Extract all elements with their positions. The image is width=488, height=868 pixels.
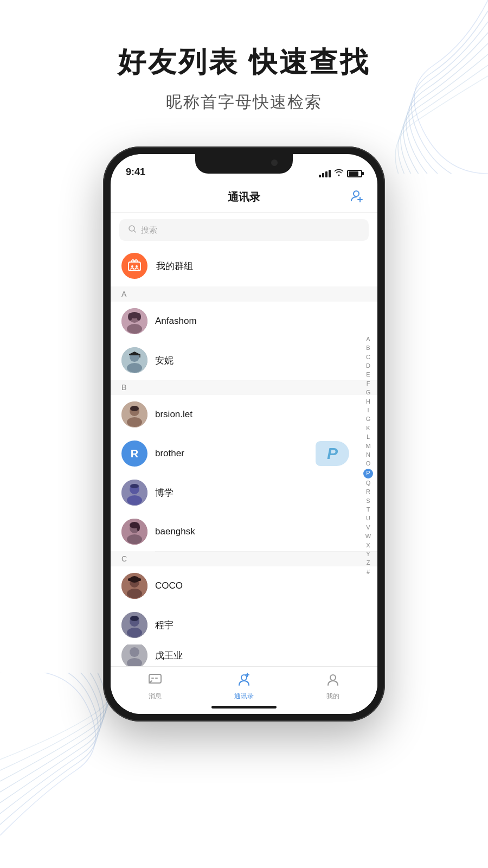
contact-name-baenghsk: baenghsk bbox=[155, 526, 195, 537]
contacts-tab-icon bbox=[237, 672, 251, 690]
avatar-brother: R bbox=[121, 441, 147, 467]
alpha-Z[interactable]: Z bbox=[365, 559, 372, 567]
contact-item-anfashom[interactable]: Anfashom bbox=[111, 302, 377, 341]
svg-point-9 bbox=[128, 313, 132, 321]
avatar-anni bbox=[121, 347, 147, 373]
contact-name-anfashom: Anfashom bbox=[155, 316, 197, 327]
alphabet-index[interactable]: A B C D E F G H I G K L M N O bbox=[363, 245, 373, 666]
svg-point-7 bbox=[127, 324, 142, 334]
svg-point-19 bbox=[130, 406, 139, 411]
svg-point-3 bbox=[131, 265, 133, 267]
signal-icon bbox=[319, 170, 331, 177]
alpha-hash[interactable]: # bbox=[365, 568, 371, 576]
search-icon bbox=[128, 225, 137, 235]
alpha-I[interactable]: I bbox=[365, 406, 370, 414]
mine-tab-icon bbox=[326, 672, 340, 690]
alpha-V[interactable]: V bbox=[364, 524, 371, 532]
svg-point-28 bbox=[137, 524, 140, 531]
svg-point-13 bbox=[127, 363, 142, 373]
alpha-T[interactable]: T bbox=[365, 506, 372, 514]
alpha-B[interactable]: B bbox=[364, 344, 371, 352]
phone-notch bbox=[195, 154, 293, 174]
page-title: 好友列表 快速查找 bbox=[0, 43, 488, 81]
svg-point-31 bbox=[127, 589, 142, 598]
phone-outer: 9:41 bbox=[103, 146, 385, 722]
contact-item-anni[interactable]: 安妮 bbox=[111, 341, 377, 380]
my-groups-item[interactable]: 我的群组 bbox=[111, 245, 377, 286]
svg-rect-43 bbox=[155, 678, 158, 679]
contact-name-partial: 戊王业 bbox=[155, 649, 183, 662]
phone-screen: 9:41 bbox=[111, 154, 377, 714]
avatar-chengyu bbox=[121, 612, 147, 638]
alpha-X[interactable]: X bbox=[364, 541, 371, 550]
svg-point-23 bbox=[130, 484, 139, 488]
alpha-G[interactable]: G bbox=[364, 388, 373, 397]
avatar-baenghsk bbox=[121, 519, 147, 545]
avatar-brsion bbox=[121, 401, 147, 427]
svg-rect-42 bbox=[151, 678, 154, 679]
contact-item-boxue[interactable]: 博学 bbox=[111, 473, 377, 512]
alpha-U[interactable]: U bbox=[364, 514, 372, 522]
contact-name-coco: COCO bbox=[155, 580, 183, 591]
avatar-anfashom bbox=[121, 308, 147, 334]
status-icons bbox=[319, 169, 362, 178]
alpha-L[interactable]: L bbox=[365, 433, 371, 441]
header-section: 好友列表 快速查找 昵称首字母快速检索 bbox=[0, 43, 488, 113]
section-header-a: A bbox=[111, 286, 377, 302]
alpha-P[interactable]: P bbox=[363, 469, 373, 478]
nav-title: 通讯录 bbox=[228, 190, 260, 205]
alpha-H[interactable]: H bbox=[364, 398, 372, 406]
app-content: 通讯录 bbox=[111, 182, 377, 714]
svg-point-0 bbox=[354, 191, 359, 196]
alpha-O[interactable]: O bbox=[364, 459, 373, 468]
svg-point-37 bbox=[130, 616, 139, 621]
phone-mockup: 9:41 bbox=[103, 146, 385, 722]
svg-point-36 bbox=[127, 628, 142, 637]
status-time: 9:41 bbox=[126, 167, 145, 178]
tab-messages-label: 消息 bbox=[149, 692, 162, 701]
contact-name-anni: 安妮 bbox=[155, 354, 174, 367]
tab-contacts[interactable]: 通讯录 bbox=[200, 672, 288, 701]
alpha-Q[interactable]: Q bbox=[364, 479, 373, 487]
front-camera bbox=[271, 159, 278, 166]
contact-item-chengyu[interactable]: 程宇 bbox=[111, 605, 377, 644]
alpha-Y[interactable]: Y bbox=[364, 550, 371, 558]
contact-item-brother[interactable]: R brother P bbox=[111, 434, 377, 473]
wifi-icon bbox=[334, 169, 344, 178]
contact-item-coco[interactable]: COCO bbox=[111, 566, 377, 605]
svg-point-39 bbox=[130, 647, 139, 657]
avatar-boxue bbox=[121, 480, 147, 506]
my-groups-label: 我的群组 bbox=[156, 260, 193, 272]
contact-list[interactable]: 我的群组 A bbox=[111, 245, 377, 666]
contact-name-brsion: brsion.let bbox=[155, 409, 192, 420]
contact-item-baenghsk[interactable]: baenghsk bbox=[111, 512, 377, 551]
contact-item-partial[interactable]: 戊王业 bbox=[111, 644, 377, 666]
alpha-C[interactable]: C bbox=[364, 353, 372, 361]
add-contact-button[interactable] bbox=[350, 189, 364, 206]
home-indicator bbox=[211, 706, 277, 709]
tab-mine-label: 我的 bbox=[326, 692, 339, 701]
alpha-F[interactable]: F bbox=[365, 380, 372, 388]
avatar-coco bbox=[121, 573, 147, 599]
svg-rect-33 bbox=[128, 578, 141, 581]
section-header-c: C bbox=[111, 551, 377, 566]
alpha-A[interactable]: A bbox=[364, 335, 371, 343]
search-placeholder: 搜索 bbox=[141, 225, 157, 235]
alpha-S[interactable]: S bbox=[364, 497, 371, 505]
svg-point-18 bbox=[127, 417, 142, 427]
alpha-E[interactable]: E bbox=[364, 371, 371, 379]
contact-item-brsion[interactable]: brsion.let bbox=[111, 395, 377, 434]
alpha-M[interactable]: M bbox=[364, 442, 372, 450]
alpha-G2[interactable]: G bbox=[364, 415, 373, 423]
alpha-W[interactable]: W bbox=[364, 532, 373, 540]
svg-point-22 bbox=[127, 495, 142, 505]
alpha-D[interactable]: D bbox=[364, 362, 372, 370]
alpha-K[interactable]: K bbox=[364, 424, 371, 432]
tab-messages[interactable]: 消息 bbox=[111, 672, 200, 701]
contact-name-boxue: 博学 bbox=[155, 487, 174, 499]
search-bar[interactable]: 搜索 bbox=[119, 219, 369, 241]
avatar-partial bbox=[121, 644, 147, 666]
alpha-R[interactable]: R bbox=[364, 488, 372, 496]
alpha-N[interactable]: N bbox=[364, 451, 372, 459]
tab-mine[interactable]: 我的 bbox=[288, 672, 377, 701]
